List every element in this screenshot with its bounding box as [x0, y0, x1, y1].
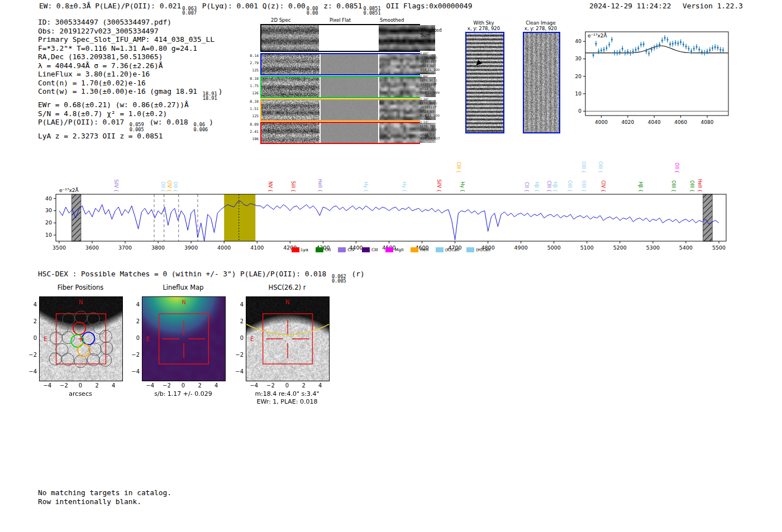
- svg-text:10: 10: [575, 91, 582, 97]
- text-segment: λ = 4044.94Å σ = 7.36(±2.26)Å: [38, 61, 163, 70]
- stat-uncertainty: 0.000.00: [307, 6, 318, 15]
- text-segment: LineFlux = 3.80(±1.20)e-16: [38, 70, 150, 78]
- legend-item: Lyα: [292, 247, 308, 252]
- stat-uncertainty: 0.08510.0851: [364, 6, 381, 15]
- svg-text:10: 10: [45, 232, 52, 238]
- fiber-annotation-line: (278, 920): [420, 102, 454, 106]
- svg-text:CIII {: CIII {: [546, 181, 551, 192]
- y-tick-label: 2: [128, 318, 140, 324]
- withsky-header: With Sky x, y: 278, 920: [458, 20, 509, 31]
- svg-text:20: 20: [575, 74, 582, 79]
- report-datetime: 2024-12-29 11:24:22: [589, 2, 671, 10]
- svg-text:e⁻¹⁷x2Å: e⁻¹⁷x2Å: [588, 32, 608, 39]
- text-segment: (w: 0.018: [145, 118, 193, 126]
- fiber-2d-row: [260, 76, 420, 98]
- svg-text:0: 0: [578, 108, 581, 114]
- svg-text:SiII {: SiII {: [290, 181, 295, 192]
- row-stat: 1.75: [250, 84, 259, 88]
- y-tick-label: 4: [232, 301, 244, 308]
- cutout-title: Fiber Positions: [28, 284, 133, 291]
- legend-label: CIV: [347, 247, 355, 252]
- legend-item: CIV: [338, 247, 355, 252]
- info-line: Obs: 20191227v023_3005334497: [38, 27, 222, 36]
- legend-label: (H)CaII: [476, 247, 490, 252]
- row-stat: 2.79: [250, 61, 259, 65]
- y-tick-label: −2: [26, 352, 37, 358]
- svg-text:HeII {: HeII {: [317, 179, 322, 192]
- fiber-annotation-line: (278, 911): [420, 79, 454, 83]
- withsky-image: [465, 32, 504, 133]
- svg-text:OIII {: OIII {: [689, 180, 694, 192]
- hsc-r-cutout-image: [246, 296, 330, 381]
- svg-text:30: 30: [45, 207, 52, 213]
- info-line: RA,Dec (163.209381,50.513065): [38, 52, 222, 61]
- fiber-annotation: 1.15"(278, 79)20191227v023_03414_LU_007: [420, 121, 454, 141]
- legend-swatch: [436, 247, 444, 252]
- svg-text:40: 40: [45, 195, 52, 202]
- clean-header: Clean Image x, y: 278, 920: [515, 20, 566, 31]
- withsky-title: With Sky: [458, 20, 509, 26]
- weighted-sum-label: Weighted Sum: [421, 28, 442, 38]
- y-tick-label: −4: [128, 368, 140, 375]
- fiber-annotation-line: (278, 920): [420, 56, 454, 60]
- svg-text:Hγ {: Hγ {: [460, 182, 465, 192]
- weighted-pixel-flat-image: [320, 25, 378, 51]
- catalog-note-line: Row intentionally blank.: [38, 497, 171, 506]
- legend-item: CIII: [362, 247, 378, 252]
- fiber-2d-cell-spec: [261, 123, 320, 143]
- x-tick-label: 2: [298, 382, 309, 389]
- row-stat: 0.14: [250, 54, 259, 58]
- x-tick-label: 0: [282, 382, 293, 389]
- y-tick-label: −4: [232, 368, 244, 375]
- fiber-annotation-line: 1.39": [420, 98, 454, 102]
- y-tick-label: 2: [26, 318, 37, 324]
- y-tick-label: 0: [128, 335, 140, 341]
- withsky-coords: x, y: 278, 920: [458, 26, 509, 31]
- legend-label: MgII: [395, 247, 404, 252]
- y-tick-label: −4: [26, 368, 37, 375]
- cutout-xlabel: arcsecs: [22, 390, 139, 397]
- y-tick-label: −2: [128, 352, 140, 358]
- catalog-note-line: No matching targets in catalog.: [38, 488, 171, 497]
- svg-text:HeII {: HeII {: [697, 179, 702, 192]
- legend-item: (H)CaII: [466, 247, 490, 252]
- row-stat: 0.10: [250, 100, 259, 104]
- info-line: EWr = 0.68(±0.21) (w: 0.86(±0.27))Å: [38, 100, 222, 109]
- cutout-xlabel: m:18.4 re:4.0" s:3.4": [229, 390, 345, 397]
- legend-swatch: [292, 247, 299, 252]
- fiber-2d-row: [260, 122, 420, 144]
- svg-text:4060: 4060: [674, 119, 687, 124]
- fiber-annotation-line: 20191227: [420, 83, 454, 87]
- stat-value: 0.00: [288, 2, 306, 10]
- text-segment: Cont(w) = 1.30(±0.00)e-16 (gmag 18.91: [38, 87, 202, 95]
- info-line: Primary Spec_Slot_IFU_AMP: 414_038_035_L…: [38, 35, 222, 44]
- x-tick-label: 0: [75, 382, 86, 389]
- fiber-annotation-line: 414_LL_100: [420, 114, 454, 118]
- stat-uncertainty: 0.0630.007: [182, 6, 197, 15]
- fiber-annotation-line: 20191227: [420, 60, 454, 64]
- svg-text:SiIV {: SiIV {: [113, 179, 118, 192]
- fiber-2d-cell-flat: [321, 100, 379, 120]
- summary-stats-line: EW: 0.8±0.3Å P(LAE)/P(OII): 0.0210.0630.…: [39, 2, 472, 15]
- info-line: LyA z = 2.3273 OII z = 0.0851: [38, 132, 222, 141]
- text-segment: P(LAE)/P(OII): 0.017: [38, 118, 128, 126]
- y-tick-label: 0: [26, 335, 37, 341]
- weighted-2d-spec-image: [261, 25, 319, 51]
- text-segment: LyA z = 2.3273 OII z = 0.0851: [38, 132, 163, 140]
- legend-label: Lyα: [301, 247, 308, 252]
- legend-label: HeII: [420, 247, 428, 252]
- svg-text:4020: 4020: [621, 119, 634, 124]
- row-stat: 2.41: [250, 130, 259, 134]
- clean-coords: x, y: 278, 920: [515, 26, 566, 31]
- legend-swatch: [385, 247, 393, 252]
- fiber-annotation-line: 20191227: [420, 128, 454, 132]
- x-tick-label: −2: [58, 382, 69, 389]
- fiber-2d-cell-spec: [261, 77, 320, 97]
- fiber-2d-row: [260, 53, 420, 75]
- svg-text:Hβ {: Hβ {: [638, 181, 643, 192]
- row-stat-labels: 0.142.79125: [244, 54, 259, 73]
- legend-label: (K)CaII: [445, 247, 459, 252]
- svg-text:OIII {: OIII {: [598, 161, 603, 173]
- svg-text:OIII {: OIII {: [581, 180, 586, 192]
- fiber-annotation-line: v023_02: [420, 64, 454, 68]
